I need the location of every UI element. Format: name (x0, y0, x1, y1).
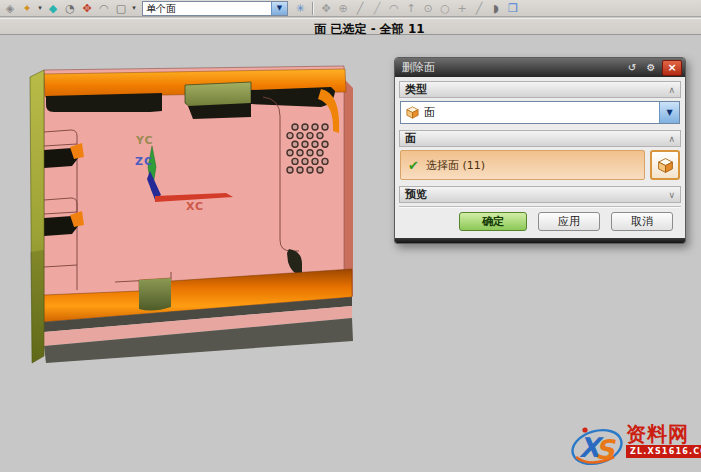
cooling-hole (297, 133, 303, 139)
section-header-preview[interactable]: 预览 ∨ (399, 186, 681, 203)
cooling-hole (322, 158, 328, 164)
cooling-hole (302, 158, 308, 164)
dialog-body: 类型 ∧ 面 ▼ 面 ∧ ✔ 选择面 (11) (395, 77, 685, 237)
dialog-titlebar[interactable]: 删除面 ↺ ⚙ × (395, 58, 685, 77)
cooling-hole (292, 141, 298, 147)
y-axis-label: YC (135, 134, 154, 147)
chevron-up-icon[interactable]: ∧ (668, 134, 675, 144)
dialog-footer: 确定 应用 取消 (399, 206, 681, 237)
face-type-cube-icon (405, 105, 420, 120)
cooling-hole (317, 167, 323, 173)
preview-section-label: 预览 (405, 187, 668, 202)
section-header-face[interactable]: 面 ∧ (399, 130, 681, 147)
type-dropdown-value: 面 (424, 105, 659, 120)
watermark-url: ZL.XS1616.COM (626, 445, 701, 458)
cooling-hole (292, 158, 298, 164)
xs-logo: X S (570, 423, 624, 469)
cooling-hole (307, 150, 313, 156)
face-section-label: 面 (405, 131, 668, 146)
select-face-cube-icon (657, 157, 674, 174)
select-face-button[interactable] (650, 150, 680, 180)
cooling-hole (287, 150, 293, 156)
reset-icon[interactable]: ↺ (624, 61, 640, 75)
z-axis-label: ZC (135, 155, 153, 168)
section-header-type[interactable]: 类型 ∧ (399, 81, 681, 98)
chevron-down-icon[interactable]: ∨ (668, 190, 675, 200)
select-face-row[interactable]: ✔ 选择面 (11) (400, 150, 645, 180)
cooling-hole (322, 141, 328, 147)
cooling-hole (307, 167, 313, 173)
apply-button[interactable]: 应用 (538, 212, 600, 231)
check-icon: ✔ (408, 158, 419, 173)
type-section-label: 类型 (405, 82, 668, 97)
mold-plate-model (30, 66, 353, 363)
cooling-hole (297, 167, 303, 173)
type-dropdown[interactable]: 面 ▼ (400, 101, 680, 124)
select-face-label: 选择面 (11) (426, 158, 485, 173)
cooling-hole (287, 167, 293, 173)
cooling-hole (322, 124, 328, 130)
cooling-hole (312, 158, 318, 164)
logo-s: S (595, 434, 616, 465)
type-dropdown-arrow-icon[interactable]: ▼ (659, 102, 679, 123)
cooling-hole (312, 141, 318, 147)
ok-button[interactable]: 确定 (459, 212, 527, 231)
cooling-hole (302, 141, 308, 147)
cooling-hole (317, 150, 323, 156)
cooling-hole (307, 133, 313, 139)
close-icon[interactable]: × (662, 60, 682, 76)
cooling-hole (297, 150, 303, 156)
cooling-hole (287, 133, 293, 139)
cooling-hole (302, 124, 308, 130)
cooling-hole (317, 133, 323, 139)
cooling-hole (292, 124, 298, 130)
dialog-title: 删除面 (402, 59, 621, 77)
watermark-site-name: 资料网 (626, 423, 689, 445)
application-window: ◈✦▾◆◔✥◠▢▾ 单个面 ▼ ✳✥⊕╱╱◠↑⊙○+╱◗❒ 面 已选定 - 全部… (0, 0, 701, 472)
watermark: X S 资料网 ZL.XS1616.COM (570, 423, 701, 469)
x-axis-label: XC (186, 200, 204, 213)
chevron-up-icon[interactable]: ∧ (668, 85, 675, 95)
dialog-resize-strip[interactable] (395, 238, 685, 243)
cooling-hole (312, 124, 318, 130)
face-selection-group: ✔ 选择面 (11) (400, 150, 680, 180)
cancel-button[interactable]: 取消 (611, 212, 673, 231)
delete-face-dialog: 删除面 ↺ ⚙ × 类型 ∧ 面 ▼ 面 ∧ (394, 57, 686, 244)
gear-icon[interactable]: ⚙ (643, 61, 659, 75)
